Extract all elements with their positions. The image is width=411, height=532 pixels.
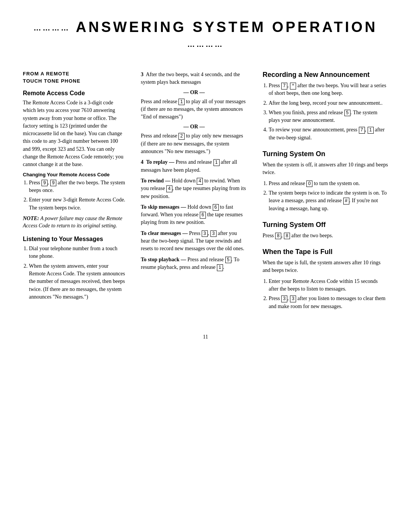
turning-off-text: Press 8, 8 after the two beeps. xyxy=(263,232,388,240)
changing-heading: Changing Your Remote Access Code xyxy=(23,172,126,177)
left-column: FROM A REMOTE TOUCH TONE PHONE Remote Ac… xyxy=(23,71,133,307)
turning-on-intro: When the system is off, it answers after… xyxy=(263,161,388,177)
tape-full-intro: When the tape is full, the system answer… xyxy=(263,259,388,275)
key-4a: 4 xyxy=(197,178,203,185)
key-5b: 5 xyxy=(344,110,350,117)
remote-access-code-section: Remote Access Code The Remote Access Cod… xyxy=(23,90,126,230)
changing-steps-list: Press 9, 9 after the two beeps. The syst… xyxy=(29,179,126,212)
tape-full-section: When the Tape is Full When the tape is f… xyxy=(263,248,388,310)
tape-full-step-2: Press 3, 3 after you listen to messages … xyxy=(269,295,388,310)
listening-heading: Listening to Your Messages xyxy=(23,236,126,243)
key-1c: 1 xyxy=(217,264,223,271)
key-hash: # xyxy=(343,198,349,204)
clear-label: To clear messages — xyxy=(141,230,188,236)
rewind-label: To rewind — xyxy=(141,178,170,184)
from-heading-line1: FROM A REMOTE xyxy=(23,71,126,77)
step4-replay: 4 To replay — Press and release 1 after … xyxy=(141,158,247,174)
key-7a: 7 xyxy=(281,83,287,89)
recording-section: Recording a New Announcement Press 7, * … xyxy=(263,71,388,142)
content-area: FROM A REMOTE TOUCH TONE PHONE Remote Ac… xyxy=(23,71,388,319)
or1-text: Press and release 1 to play all of your … xyxy=(141,98,247,121)
dots-right: ………… xyxy=(187,40,224,48)
key-5a: 5 xyxy=(225,257,231,264)
key-7b: 7 xyxy=(359,127,365,134)
key-3b: 3 xyxy=(210,230,217,237)
step3-number: 3 xyxy=(141,72,143,77)
turning-on-steps-list: Press and release 0 to turn the system o… xyxy=(269,180,388,212)
turning-on-section: Turning System On When the system is off… xyxy=(263,150,388,212)
key-1b: 1 xyxy=(213,159,220,166)
recording-step-4: To review your new announcement, press 7… xyxy=(269,126,388,142)
key-9a: 9 xyxy=(41,180,48,187)
step3-intro: 3 After the two beeps, wait 4 seconds, a… xyxy=(141,71,247,86)
recording-step-3: When you finish, press and release 5. Th… xyxy=(269,109,388,125)
turning-on-heading: Turning System On xyxy=(263,150,388,158)
listening-step-2: When the system answers, enter your Remo… xyxy=(29,262,126,301)
turning-on-step-2: The system beeps twice to indicate the s… xyxy=(269,189,388,212)
or-divider-2: — OR — xyxy=(141,124,247,130)
page-number: 11 xyxy=(23,334,388,340)
key-8a: 8 xyxy=(275,233,281,240)
listening-steps-list: Dial your telephone number from a touch … xyxy=(29,245,126,301)
title-text: ANSWERING SYSTEM OPERATION xyxy=(76,19,378,35)
or-divider-1: — OR — xyxy=(141,89,247,96)
rewind-para: To rewind — Hold down 4 to rewind. When … xyxy=(141,177,247,200)
key-3d: 3 xyxy=(290,296,296,302)
key-3c: 3 xyxy=(281,296,287,302)
key-1a: 1 xyxy=(178,99,185,105)
key-1d: 1 xyxy=(368,127,374,134)
key-0: 0 xyxy=(306,181,312,187)
tape-full-steps-list: Enter your Remote Access Code within 15 … xyxy=(269,278,388,310)
skip-para: To skip messages — Hold down 6 to fast f… xyxy=(141,203,247,227)
step4-number: 4 xyxy=(141,159,143,165)
recording-heading: Recording a New Announcement xyxy=(263,71,388,79)
changing-step-1: Press 9, 9 after the two beeps. The syst… xyxy=(29,179,126,195)
dots-left: ………… xyxy=(33,24,70,32)
turning-off-section: Turning System Off Press 8, 8 after the … xyxy=(263,221,388,240)
or2-text: Press and release 2 to play only new mes… xyxy=(141,132,247,155)
turning-off-heading: Turning System Off xyxy=(263,221,388,229)
recording-step-1: Press 7, * after the two beeps. You will… xyxy=(269,82,388,97)
key-9b: 9 xyxy=(50,180,56,187)
changing-step-2: Enter your new 3-digit Remote Access Cod… xyxy=(29,196,126,212)
listening-section: Listening to Your Messages Dial your tel… xyxy=(23,236,126,301)
listening-step-1: Dial your telephone number from a touch … xyxy=(29,245,126,260)
from-remote-section: FROM A REMOTE TOUCH TONE PHONE xyxy=(23,71,126,84)
key-6a: 6 xyxy=(213,204,219,211)
clear-para: To clear messages — Press 3, 3 after you… xyxy=(141,230,247,253)
remote-access-code-body: The Remote Access Code is a 3-digit code… xyxy=(23,99,126,169)
key-6b: 6 xyxy=(200,212,206,219)
replay-label: To replay — xyxy=(146,159,174,165)
key-8b: 8 xyxy=(284,233,290,240)
key-3a: 3 xyxy=(202,230,208,237)
page-title: ………… ANSWERING SYSTEM OPERATION ………… xyxy=(23,15,388,56)
stop-label: To stop playback — xyxy=(141,257,186,262)
turning-on-step-1: Press and release 0 to turn the system o… xyxy=(269,180,388,187)
key-2: 2 xyxy=(178,133,185,140)
note-text: NOTE: A power failure may cause the Remo… xyxy=(23,215,126,230)
right-column: Recording a New Announcement Press 7, * … xyxy=(255,71,388,319)
from-heading-line2: TOUCH TONE PHONE xyxy=(23,78,126,84)
skip-label: To skip messages — xyxy=(141,204,186,210)
note-label: NOTE: xyxy=(23,216,39,221)
stop-para: To stop playback — Press and release 5. … xyxy=(141,256,247,272)
page: ………… ANSWERING SYSTEM OPERATION ………… FRO… xyxy=(0,0,411,532)
key-star: * xyxy=(290,83,296,89)
tape-full-heading: When the Tape is Full xyxy=(263,248,388,256)
tape-full-step-1: Enter your Remote Access Code within 15 … xyxy=(269,278,388,293)
recording-step-2: After the long beep, record your new ann… xyxy=(269,99,388,107)
remote-access-code-heading: Remote Access Code xyxy=(23,90,126,97)
middle-column: 3 After the two beeps, wait 4 seconds, a… xyxy=(133,71,255,274)
recording-steps-list: Press 7, * after the two beeps. You will… xyxy=(269,82,388,142)
key-4b: 4 xyxy=(166,185,172,192)
